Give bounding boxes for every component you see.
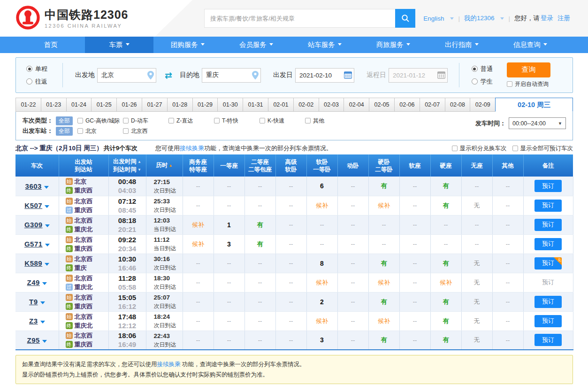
normal-passenger-radio[interactable]: 普通: [472, 65, 493, 73]
book-button[interactable]: 预订: [535, 296, 562, 308]
swap-stations-icon[interactable]: ⇄: [165, 71, 172, 80]
chevron-down-icon[interactable]: [45, 263, 49, 266]
checkbox-icon[interactable]: [168, 118, 174, 123]
book-button[interactable]: 预订: [535, 238, 562, 250]
chevron-down-icon[interactable]: [42, 282, 47, 285]
date-tab-02-06[interactable]: 02-06: [394, 98, 420, 112]
nav-item-business-service[interactable]: 商旅服务: [359, 37, 428, 53]
train-type-option-1[interactable]: D-动车: [123, 117, 168, 125]
depart-time-select[interactable]: 00:00--24:00 ▼: [509, 117, 566, 129]
chevron-down-icon[interactable]: [45, 205, 49, 208]
transfer-link[interactable]: 接续换乘: [157, 361, 181, 368]
checkbox-icon[interactable]: [123, 118, 129, 123]
train-number-link[interactable]: Z49: [27, 278, 40, 286]
train-type-option-4[interactable]: K-快速: [260, 117, 305, 125]
train-number-link[interactable]: Z95: [27, 336, 40, 344]
book-button[interactable]: 预订兑: [535, 257, 562, 270]
date-tab-01-23[interactable]: 01-23: [41, 98, 67, 112]
date-tab-01-29[interactable]: 01-29: [192, 98, 218, 112]
station-all-badge[interactable]: 全部: [56, 127, 73, 136]
checkbox-icon[interactable]: [507, 81, 512, 87]
register-link[interactable]: 注册: [557, 14, 570, 23]
show-all-bookable-checkbox[interactable]: 显示全部可预订车次: [512, 145, 573, 153]
date-tab-02-08[interactable]: 02-08: [445, 98, 471, 112]
login-link[interactable]: 登录: [541, 14, 553, 23]
checkbox-icon[interactable]: [512, 146, 518, 151]
date-tab-01-26[interactable]: 01-26: [116, 98, 142, 112]
student-passenger-radio[interactable]: 学生: [472, 77, 493, 86]
train-number-link[interactable]: T9: [29, 298, 38, 306]
transfer-link[interactable]: 接续换乘: [180, 145, 204, 152]
round-trip-radio[interactable]: 往返: [26, 77, 62, 86]
book-button[interactable]: 预订: [535, 219, 562, 231]
radio-selected-icon[interactable]: [472, 66, 478, 72]
book-button[interactable]: 预订: [535, 200, 562, 212]
checkbox-icon[interactable]: [452, 146, 458, 151]
chevron-down-icon[interactable]: [40, 301, 45, 304]
book-button[interactable]: 预订: [535, 180, 562, 192]
show-points-trains-checkbox[interactable]: 显示积分兑换车次: [452, 145, 507, 153]
train-type-option-3[interactable]: T-特快: [214, 117, 260, 125]
date-tab-01-30[interactable]: 01-30: [217, 98, 243, 112]
date-tab-02-09[interactable]: 02-09: [470, 98, 496, 112]
station-option-1[interactable]: 北京西: [123, 127, 168, 135]
date-tab-02-02[interactable]: 02-02: [293, 98, 319, 112]
my12306-link[interactable]: 我的12306: [464, 14, 495, 23]
nav-item-member-service[interactable]: 会员服务: [222, 37, 290, 53]
train-number-link[interactable]: K589: [24, 259, 42, 267]
checkbox-icon[interactable]: [214, 118, 220, 123]
date-tab-01-28[interactable]: 01-28: [167, 98, 193, 112]
nav-item-tickets[interactable]: 车票: [85, 37, 153, 53]
chevron-down-icon[interactable]: [42, 340, 47, 343]
language-link[interactable]: English: [423, 15, 444, 22]
date-tab-02-07[interactable]: 02-07: [420, 98, 445, 112]
query-button[interactable]: 查询: [507, 62, 550, 77]
station-option-0[interactable]: 北京: [77, 127, 123, 135]
radio-icon[interactable]: [26, 78, 32, 85]
date-tab-01-22[interactable]: 01-22: [15, 98, 41, 112]
train-number-link[interactable]: K507: [24, 201, 42, 209]
train-type-all-badge[interactable]: 全部: [56, 116, 73, 125]
chevron-down-icon[interactable]: [45, 224, 50, 227]
radio-icon[interactable]: [472, 78, 478, 85]
search-button[interactable]: [395, 9, 415, 28]
train-type-option-5[interactable]: 其他: [305, 117, 351, 125]
nav-item-group-service[interactable]: 团购服务: [153, 37, 222, 53]
date-tab-02-01[interactable]: 02-01: [268, 98, 294, 112]
nav-item-station-service[interactable]: 站车服务: [290, 37, 359, 53]
sort-asc-icon[interactable]: ▲: [137, 160, 141, 164]
train-type-option-2[interactable]: Z-直达: [168, 117, 214, 125]
sort-asc-icon[interactable]: ▲: [169, 163, 173, 168]
chevron-down-icon[interactable]: [45, 244, 50, 246]
date-tab-01-25[interactable]: 01-25: [91, 98, 117, 112]
date-tab-01-24[interactable]: 01-24: [66, 98, 92, 112]
nav-item-home[interactable]: 首页: [16, 37, 85, 53]
train-number-link[interactable]: 3603: [25, 182, 42, 190]
checkbox-icon[interactable]: [77, 118, 83, 123]
book-button[interactable]: 预订: [535, 334, 562, 346]
site-logo[interactable]: 中国铁路12306 12306 CHINA RAILWAY: [15, 5, 129, 30]
chevron-down-icon[interactable]: [44, 186, 49, 189]
date-tab-02-05[interactable]: 02-05: [369, 98, 395, 112]
search-input[interactable]: [204, 9, 395, 28]
checkbox-icon[interactable]: [305, 118, 311, 123]
train-number-link[interactable]: Z3: [29, 317, 38, 325]
nav-item-info-query[interactable]: 信息查询: [496, 37, 565, 53]
date-tab-01-31[interactable]: 01-31: [243, 98, 268, 112]
date-tab-02-04[interactable]: 02-04: [344, 98, 369, 112]
sort-desc-icon[interactable]: ▼: [137, 168, 141, 172]
checkbox-icon[interactable]: [123, 128, 129, 134]
nav-item-travel-guide[interactable]: 出行指南: [428, 37, 496, 53]
one-way-radio[interactable]: 单程: [26, 65, 62, 73]
date-tab-01-27[interactable]: 01-27: [142, 98, 168, 112]
auto-query-checkbox[interactable]: 开启自动查询: [507, 80, 550, 88]
train-type-option-0[interactable]: GC-高铁/城际: [77, 117, 123, 125]
radio-selected-icon[interactable]: [26, 66, 32, 72]
checkbox-icon[interactable]: [260, 118, 265, 123]
calendar-icon[interactable]: [344, 71, 352, 79]
date-tab-02-03[interactable]: 02-03: [319, 98, 344, 112]
book-button[interactable]: 预订: [535, 315, 562, 327]
chevron-down-icon[interactable]: [40, 321, 45, 323]
date-tab-active[interactable]: 02-10 周三: [495, 98, 573, 112]
train-number-link[interactable]: G571: [24, 240, 43, 248]
